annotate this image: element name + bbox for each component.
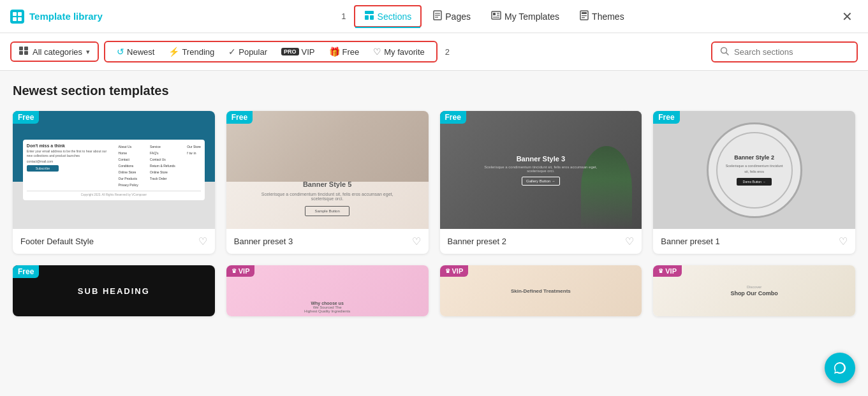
filter-label-trending: Trending [182, 47, 214, 57]
heart-button-4[interactable]: ♡ [839, 235, 848, 247]
search-input[interactable] [734, 47, 849, 57]
heart-button-2[interactable]: ♡ [412, 235, 421, 247]
filter-tabs: ↺ Newest ⚡ Trending ✓ Popular PRO VIP 🎁 … [104, 41, 438, 62]
filter-tab-popular[interactable]: ✓ Popular [222, 43, 274, 60]
svg-rect-1 [18, 12, 22, 16]
svg-rect-2 [13, 17, 17, 21]
popular-icon: ✓ [228, 47, 236, 57]
filter-number: 2 [445, 47, 450, 57]
filter-tab-trending[interactable]: ⚡ Trending [162, 43, 221, 60]
dark-preview: SUB HEADING [13, 265, 215, 316]
search-icon [720, 47, 729, 57]
nav-item-themes[interactable]: Themes [571, 6, 633, 26]
category-select[interactable]: All categories ▾ [17, 44, 92, 59]
nav-label-pages: Pages [445, 11, 471, 22]
nav-label-themes: Themes [592, 11, 624, 22]
template-grid-row1: Free Don't miss a think Enter your email… [13, 111, 855, 254]
combo-preview: Discover Shop Our Combo [653, 265, 855, 316]
header: Template library 1 Sections [0, 0, 868, 33]
template-card-r2c3[interactable]: ♛ VIP Skin-Defined Treatments [440, 265, 642, 316]
filter-label-vip: VIP [302, 47, 315, 57]
card-image-banner1: Free Banner Style 2 Scelerisque a condim… [653, 111, 855, 229]
svg-rect-0 [13, 12, 17, 16]
step-number: 1 [341, 11, 346, 21]
search-box[interactable] [711, 41, 858, 62]
close-button[interactable]: ✕ [837, 6, 858, 27]
main-content: Newest section templates Free Don't miss… [0, 71, 868, 396]
card-image-footer: Free Don't miss a think Enter your email… [13, 111, 215, 229]
nav-item-pages[interactable]: Pages [424, 6, 480, 26]
banner3-preview: Banner Style 3 Scelerisque a condimentum… [440, 111, 642, 229]
svg-rect-4 [365, 11, 374, 14]
svg-rect-23 [24, 51, 28, 55]
svg-rect-3 [18, 17, 22, 21]
badge-free-4: Free [653, 111, 679, 124]
app-title: Template library [29, 11, 103, 22]
section-title: Newest section templates [13, 84, 855, 98]
badge-vip-2: ♛ VIP [440, 265, 469, 277]
card-image-r2c1: Free SUB HEADING [13, 265, 215, 316]
heart-button-1[interactable]: ♡ [198, 235, 207, 247]
card-footer-4: Banner preset 1 ♡ [653, 229, 855, 254]
template-card-banner3[interactable]: Free Banner Style 5 Scelerisque a condim… [226, 111, 429, 254]
svg-rect-22 [19, 51, 23, 55]
svg-rect-5 [365, 15, 369, 20]
card-name-2: Banner preset 3 [234, 237, 293, 246]
filter-label-newest: Newest [127, 47, 154, 57]
card-name-3: Banner preset 2 [448, 237, 507, 246]
badge-vip-3: ♛ VIP [653, 265, 682, 277]
filter-bar: All categories ▾ ↺ Newest ⚡ Trending ✓ P… [0, 33, 868, 71]
card-image-r2c2: ♛ VIP Why choose us We Sourced TheHighes… [226, 265, 429, 316]
nav-center: 1 Sections Pages [138, 5, 837, 27]
nav-item-sections[interactable]: Sections [354, 5, 422, 27]
filter-tab-newest[interactable]: ↺ Newest [110, 43, 161, 60]
svg-rect-21 [24, 47, 28, 50]
sections-icon [364, 10, 374, 22]
favorite-icon: ♡ [373, 47, 381, 57]
svg-rect-20 [19, 47, 23, 50]
badge-free: Free [13, 111, 39, 124]
pink-preview: Why choose us We Sourced TheHighest Qual… [226, 265, 429, 316]
banner2-preview: Banner Style 2 Scelerisque a condimentum… [653, 111, 855, 229]
card-image-r2c4: ♛ VIP Discover Shop Our Combo [653, 265, 855, 316]
card-footer-2: Banner preset 3 ♡ [226, 229, 429, 254]
filter-tab-my-favorite[interactable]: ♡ My favorite [367, 43, 431, 60]
badge-free-3: Free [440, 111, 466, 124]
card-footer-3: Banner preset 2 ♡ [440, 229, 642, 254]
svg-rect-12 [493, 13, 496, 15]
svg-rect-18 [582, 15, 587, 16]
vip-badge-icon: PRO [281, 48, 299, 55]
template-card-r2c1[interactable]: Free SUB HEADING [13, 265, 215, 316]
card-name-1: Footer Default Style [20, 237, 94, 246]
svg-line-25 [726, 52, 729, 55]
card-name-4: Banner preset 1 [661, 237, 720, 246]
template-card-footer-default[interactable]: Free Don't miss a think Enter your email… [13, 111, 215, 254]
banner5-preview: Banner Style 5 Scelerisque a condimentum… [226, 111, 429, 229]
template-card-r2c4[interactable]: ♛ VIP Discover Shop Our Combo [653, 265, 855, 316]
template-card-r2c2[interactable]: ♛ VIP Why choose us We Sourced TheHighes… [226, 265, 429, 316]
logo: Template library [10, 10, 138, 24]
logo-icon [10, 10, 24, 24]
template-card-banner1[interactable]: Free Banner Style 2 Scelerisque a condim… [653, 111, 855, 254]
newest-icon: ↺ [117, 47, 124, 57]
filter-tab-free[interactable]: 🎁 Free [323, 43, 366, 60]
skin-preview: Skin-Defined Treatments [440, 265, 642, 316]
nav-label-my-templates: My Templates [504, 11, 559, 22]
nav-item-my-templates[interactable]: My Templates [482, 7, 568, 26]
card-footer-1: Footer Default Style ♡ [13, 229, 215, 254]
pages-icon [433, 10, 442, 22]
filter-label-free: Free [342, 47, 360, 57]
card-image-banner2: Free Banner Style 3 Scelerisque a condim… [440, 111, 642, 229]
filter-label-my-favorite: My favorite [384, 47, 425, 57]
category-dropdown-wrapper[interactable]: All categories ▾ [10, 41, 99, 62]
chevron-down-icon: ▾ [86, 48, 90, 56]
themes-icon [580, 10, 589, 22]
filter-tab-vip[interactable]: PRO VIP [275, 44, 321, 60]
nav-label-sections: Sections [378, 11, 412, 22]
chat-button[interactable] [825, 353, 855, 383]
my-templates-icon [491, 11, 501, 22]
category-icon [19, 47, 29, 57]
template-card-banner2[interactable]: Free Banner Style 3 Scelerisque a condim… [440, 111, 642, 254]
heart-button-3[interactable]: ♡ [625, 235, 634, 247]
badge-vip-1: ♛ VIP [226, 265, 255, 277]
